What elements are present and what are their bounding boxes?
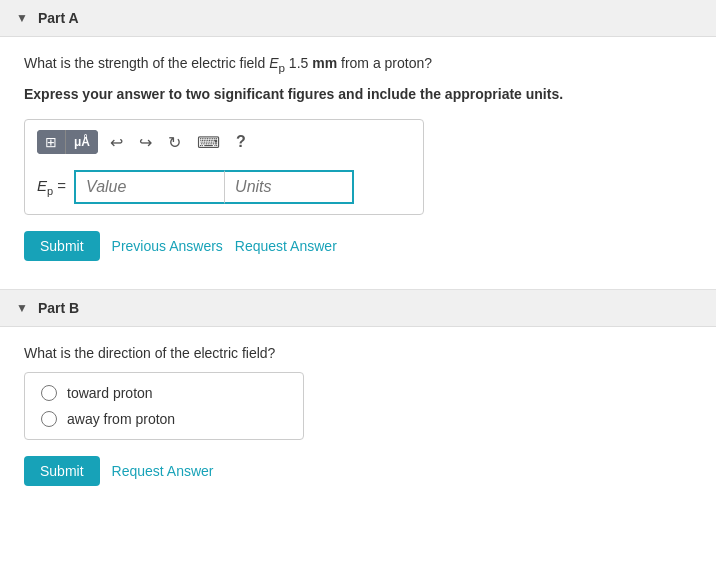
units-input[interactable] bbox=[224, 170, 354, 204]
away-from-proton-label: away from proton bbox=[67, 411, 175, 427]
grid-icon: ⊞ bbox=[45, 134, 57, 150]
away-from-proton-radio[interactable] bbox=[41, 411, 57, 427]
list-item: away from proton bbox=[41, 411, 287, 427]
undo-button[interactable]: ↩ bbox=[106, 131, 127, 154]
refresh-button[interactable]: ↻ bbox=[164, 131, 185, 154]
part-a-label: Part A bbox=[38, 10, 79, 26]
mu-icon: μÅ bbox=[74, 135, 90, 149]
part-a-submit-button[interactable]: Submit bbox=[24, 231, 100, 261]
toolbar-btn-group: ⊞ μÅ bbox=[37, 130, 98, 154]
redo-button[interactable]: ↪ bbox=[135, 131, 156, 154]
toward-proton-radio[interactable] bbox=[41, 385, 57, 401]
mu-angstrom-button[interactable]: μÅ bbox=[66, 130, 98, 154]
part-a-section: ▼ Part A What is the strength of the ele… bbox=[0, 0, 716, 281]
part-b-actions: Submit Request Answer bbox=[24, 456, 692, 486]
part-a-chevron[interactable]: ▼ bbox=[16, 11, 28, 25]
part-a-question: What is the strength of the electric fie… bbox=[24, 53, 692, 76]
part-a-body: What is the strength of the electric fie… bbox=[0, 37, 716, 281]
value-input[interactable] bbox=[74, 170, 224, 204]
input-row: Ep = bbox=[37, 170, 411, 204]
toward-proton-label: toward proton bbox=[67, 385, 153, 401]
part-a-header: ▼ Part A bbox=[0, 0, 716, 37]
part-b-options-box: toward proton away from proton bbox=[24, 372, 304, 440]
part-b-chevron[interactable]: ▼ bbox=[16, 301, 28, 315]
keyboard-button[interactable]: ⌨ bbox=[193, 131, 224, 154]
request-answer-link-a[interactable]: Request Answer bbox=[235, 238, 337, 254]
part-b-body: What is the direction of the electric fi… bbox=[0, 327, 716, 506]
toolbar: ⊞ μÅ ↩ ↪ ↻ ⌨ ? bbox=[37, 130, 411, 160]
part-b-section: ▼ Part B What is the direction of the el… bbox=[0, 290, 716, 506]
list-item: toward proton bbox=[41, 385, 287, 401]
request-answer-link-b[interactable]: Request Answer bbox=[112, 463, 214, 479]
part-a-answer-box: ⊞ μÅ ↩ ↪ ↻ ⌨ ? Ep = bbox=[24, 119, 424, 215]
help-button[interactable]: ? bbox=[232, 131, 250, 153]
part-b-header: ▼ Part B bbox=[0, 290, 716, 327]
grid-icon-button[interactable]: ⊞ bbox=[37, 130, 66, 154]
part-a-instruction: Express your answer to two significant f… bbox=[24, 84, 692, 105]
equation-label: Ep = bbox=[37, 177, 66, 197]
part-b-question: What is the direction of the electric fi… bbox=[24, 343, 692, 364]
part-b-label: Part B bbox=[38, 300, 79, 316]
previous-answers-link[interactable]: Previous Answers bbox=[112, 238, 223, 254]
part-b-submit-button[interactable]: Submit bbox=[24, 456, 100, 486]
part-a-actions: Submit Previous Answers Request Answer bbox=[24, 231, 692, 261]
